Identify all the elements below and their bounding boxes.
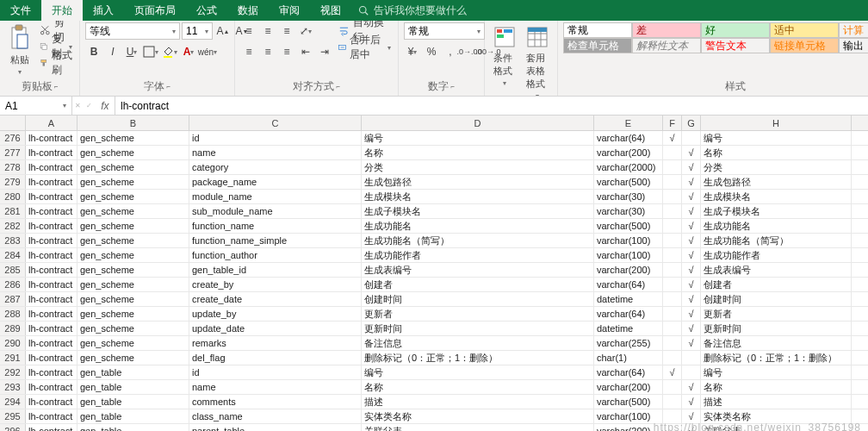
cell[interactable]: class_name [189,409,362,423]
cell[interactable]: varchar(255) [594,336,663,350]
cell[interactable]: id [189,365,362,379]
cell[interactable]: lh-contract [26,278,78,291]
cell[interactable]: 生成表编号 [362,263,594,277]
cell[interactable]: varchar(200) [594,146,663,159]
cell[interactable]: 创建者 [362,278,594,291]
cell[interactable]: gen_table [78,380,189,394]
row-header[interactable]: 279 [0,175,26,189]
cell[interactable] [663,292,682,306]
cell[interactable]: √ [682,219,701,233]
conditional-format-button[interactable]: 条件格式▾ [490,22,519,89]
style-good[interactable]: 好 [701,22,770,38]
cell[interactable]: 生成模块名 [362,190,594,203]
cell[interactable]: √ [682,263,701,277]
cell[interactable]: 分类 [362,160,594,174]
cell[interactable]: √ [682,307,701,321]
tab-1[interactable]: 开始 [41,0,83,21]
tab-5[interactable]: 数据 [227,0,269,21]
cell[interactable]: gen_scheme [78,322,189,335]
row-header[interactable]: 290 [0,336,26,350]
cell[interactable]: lh-contract [26,336,78,350]
cell[interactable]: gen_table [78,424,189,431]
row-header[interactable]: 277 [0,146,26,159]
col-header-C[interactable]: C [189,116,362,130]
cell[interactable]: 编号 [701,365,852,379]
cell[interactable]: varchar(30) [594,204,663,218]
cell[interactable]: gen_scheme [78,351,189,365]
row-header[interactable]: 292 [0,365,26,379]
cell[interactable]: gen_scheme [78,204,189,218]
cell[interactable]: lh-contract [26,409,78,423]
tab-3[interactable]: 页面布局 [124,0,186,21]
cell[interactable]: 生成子模块名 [701,204,852,218]
align-center-icon[interactable]: ≡ [259,43,276,60]
cell[interactable]: 更新者 [362,307,594,321]
cell[interactable]: 生成子模块名 [362,204,594,218]
cell[interactable]: varchar(30) [594,190,663,203]
row-header[interactable]: 287 [0,292,26,306]
cell[interactable]: gen_scheme [78,160,189,174]
cell[interactable]: gen_scheme [78,278,189,291]
cell[interactable]: √ [682,234,701,247]
format-painter-button[interactable]: 格式刷 [38,55,74,71]
cell[interactable] [682,351,701,365]
cell[interactable]: update_date [189,322,362,335]
cell[interactable]: gen_table [78,395,189,409]
style-link[interactable]: 链接单元格 [770,38,839,53]
cell[interactable]: lh-contract [26,190,78,203]
cell[interactable]: varchar(64) [594,278,663,291]
style-check[interactable]: 检查单元格 [563,38,632,53]
cell[interactable] [663,160,682,174]
cell[interactable]: 删除标记（0：正常；1：删除） [362,351,594,365]
cell[interactable]: varchar(500) [594,219,663,233]
row-header[interactable]: 289 [0,322,26,335]
cell[interactable]: √ [682,204,701,218]
style-output[interactable]: 输出 [839,38,868,53]
number-format-select[interactable]: 常规▾ [404,22,485,40]
cell[interactable]: lh-contract [26,131,78,145]
fx-icon[interactable]: fx [98,100,112,112]
cell[interactable]: 生成包路径 [362,175,594,189]
percent-button[interactable]: % [423,43,440,60]
cell[interactable]: lh-contract [26,395,78,409]
cell[interactable]: 名称 [701,380,852,394]
row-header[interactable]: 288 [0,307,26,321]
row-header[interactable]: 282 [0,219,26,233]
col-header-G[interactable]: G [682,116,701,130]
cell[interactable]: gen_scheme [78,307,189,321]
align-top-icon[interactable]: ≡ [240,22,257,40]
cell[interactable]: 生成模块名 [701,190,852,203]
cell[interactable] [663,263,682,277]
cell[interactable]: 名称 [362,146,594,159]
cell[interactable]: lh-contract [26,322,78,335]
indent-dec-icon[interactable]: ⇤ [297,43,314,60]
cell[interactable]: 描述 [362,395,594,409]
cell[interactable]: 关联父表 [362,424,594,431]
row-header[interactable]: 295 [0,409,26,423]
cell[interactable]: function_name_simple [189,234,362,247]
cell[interactable]: lh-contract [26,219,78,233]
cell[interactable]: create_date [189,292,362,306]
cell[interactable]: name [189,146,362,159]
cell[interactable]: √ [682,146,701,159]
col-header-H[interactable]: H [701,116,852,130]
cell[interactable]: gen_scheme [78,190,189,203]
cell[interactable]: 名称 [701,146,852,159]
cell[interactable]: varchar(64) [594,365,663,379]
worksheet[interactable]: ABCDEFGH 276lh-contractgen_schemeid编号var… [0,116,868,431]
row-header[interactable]: 276 [0,131,26,145]
cell[interactable]: 更新者 [701,307,852,321]
row-header[interactable]: 291 [0,351,26,365]
cell[interactable]: √ [663,365,682,379]
cell[interactable] [663,190,682,203]
cell[interactable]: √ [682,380,701,394]
col-header-B[interactable]: B [78,116,189,130]
underline-button[interactable]: U▾ [123,43,140,60]
tab-2[interactable]: 插入 [83,0,124,21]
cell[interactable]: 生成功能名 [701,219,852,233]
cell[interactable]: varchar(500) [594,395,663,409]
cell[interactable]: lh-contract [26,292,78,306]
cell[interactable]: 删除标记（0：正常；1：删除） [701,351,852,365]
col-header-E[interactable]: E [594,116,663,130]
cell[interactable]: 创建时间 [701,292,852,306]
